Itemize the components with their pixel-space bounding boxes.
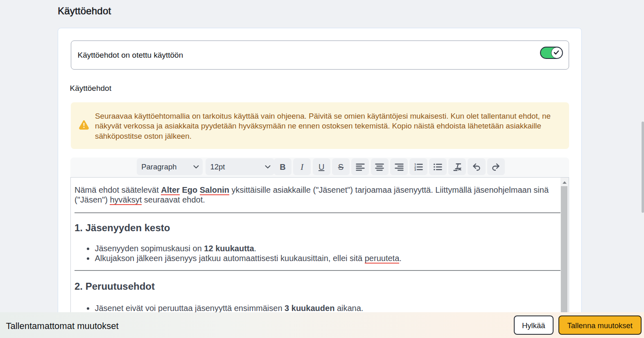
svg-text:3: 3 — [414, 168, 416, 171]
